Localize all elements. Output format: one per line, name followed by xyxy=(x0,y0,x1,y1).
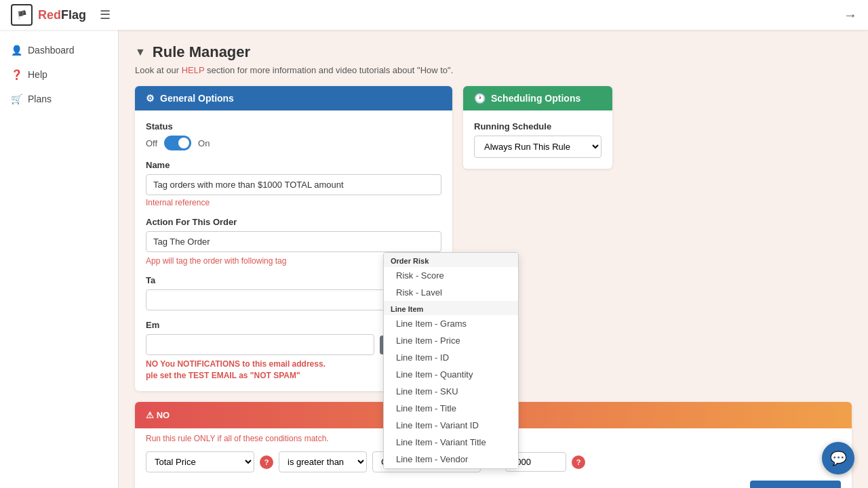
dropdown-item-line-grams[interactable]: Line Item - Grams xyxy=(384,315,518,332)
conditions-header-text: NO xyxy=(157,410,170,420)
schedule-select[interactable]: Always Run This Rule xyxy=(474,136,601,158)
sidebar-label-plans: Plans xyxy=(28,94,52,104)
sidebar-item-plans[interactable]: 🛒 Plans xyxy=(0,87,118,111)
scheduling-options-card: 🕐 Scheduling Options Running Schedule Al… xyxy=(463,86,612,169)
field-help-icon[interactable]: ? xyxy=(260,455,273,469)
dashboard-icon: 👤 xyxy=(11,45,22,56)
toggle-thumb xyxy=(178,138,189,148)
name-input[interactable] xyxy=(146,174,441,195)
condition-field-select[interactable]: Total Price xyxy=(146,451,254,472)
hamburger-icon[interactable]: ☰ xyxy=(100,7,111,22)
help-icon: ❓ xyxy=(11,69,22,80)
app-logo[interactable]: 🏴 RedFlag xyxy=(11,4,86,26)
dropdown-group-order-risk: Order Risk xyxy=(384,253,518,267)
logout-icon[interactable]: → xyxy=(844,7,857,23)
logo-icon: 🏴 xyxy=(11,4,33,26)
scheduling-body: Running Schedule Always Run This Rule xyxy=(463,110,612,169)
new-condition-button[interactable]: + New Condition xyxy=(750,481,841,488)
page-header: ▼ Rule Manager xyxy=(135,43,852,61)
status-off-label: Off xyxy=(146,138,157,148)
clock-icon: 🕐 xyxy=(474,93,486,104)
sidebar: 👤 Dashboard ❓ Help 🛒 Plans xyxy=(0,30,119,488)
alert-icon: ⚠ xyxy=(146,410,154,420)
dropdown-overlay: Order Risk Risk - Score Risk - Lavel Lin… xyxy=(383,252,519,469)
dropdown-item-risk-score[interactable]: Risk - Score xyxy=(384,267,518,284)
chat-bubble[interactable]: 💬 xyxy=(822,442,854,474)
dropdown-group-line-item: Line Item xyxy=(384,301,518,315)
logo-text: RedFlag xyxy=(38,8,86,22)
status-toggle[interactable] xyxy=(164,136,191,150)
status-on-label: On xyxy=(198,138,210,148)
dropdown-item-line-variant-id[interactable]: Line Item - Variant ID xyxy=(384,417,518,434)
dropdown-item-line-sku[interactable]: Line Item - SKU xyxy=(384,383,518,400)
new-condition-row: + New Condition xyxy=(135,481,852,488)
email-input[interactable] xyxy=(146,334,374,355)
dropdown-item-line-title[interactable]: Line Item - Title xyxy=(384,400,518,417)
dropdown-item-line-vendor[interactable]: Line Item - Vendor xyxy=(384,451,518,468)
internal-ref: Internal reference xyxy=(146,198,441,207)
dropdown-item-risk-lavel[interactable]: Risk - Lavel xyxy=(384,284,518,301)
gear-icon: ⚙ xyxy=(146,93,155,104)
value-help-icon[interactable]: ? xyxy=(572,455,585,469)
dropdown-item-line-quantity[interactable]: Line Item - Quantity xyxy=(384,366,518,383)
dropdown-item-line-variant-title[interactable]: Line Item - Variant Title xyxy=(384,434,518,451)
general-options-header: ⚙ General Options xyxy=(135,86,452,110)
name-group: Name Internal reference xyxy=(146,160,441,207)
page-subtitle: Look at our HELP section for more inform… xyxy=(135,65,852,75)
action-select[interactable]: Tag The Order xyxy=(146,231,441,252)
dropdown-item-line-variant-name[interactable]: Line Item - Variant Name xyxy=(384,468,518,469)
help-link[interactable]: HELP xyxy=(182,65,205,75)
dropdown-item-line-price[interactable]: Line Item - Price xyxy=(384,332,518,349)
status-row: Off On xyxy=(146,136,441,150)
sidebar-item-dashboard[interactable]: 👤 Dashboard xyxy=(0,38,118,62)
main-layout: 👤 Dashboard ❓ Help 🛒 Plans ▼ Rule Manage… xyxy=(0,30,868,488)
sidebar-label-help: Help xyxy=(28,69,47,80)
sidebar-item-help[interactable]: ❓ Help xyxy=(0,62,118,87)
status-group: Status Off On xyxy=(146,121,441,150)
main-content: ▼ Rule Manager Look at our HELP section … xyxy=(119,30,868,488)
condition-operator-select[interactable]: is greater than xyxy=(279,451,367,472)
conditions-note-text: Run this rule ONLY if all of these condi… xyxy=(146,434,329,443)
page-title: Rule Manager xyxy=(153,43,250,61)
scheduling-header: 🕐 Scheduling Options xyxy=(463,86,612,110)
plans-icon: 🛒 xyxy=(11,94,22,104)
sidebar-label-dashboard: Dashboard xyxy=(28,45,75,56)
filter-icon: ▼ xyxy=(135,46,146,58)
top-nav: 🏴 RedFlag ☰ → xyxy=(0,0,868,30)
dropdown-item-line-id[interactable]: Line Item - ID xyxy=(384,349,518,366)
